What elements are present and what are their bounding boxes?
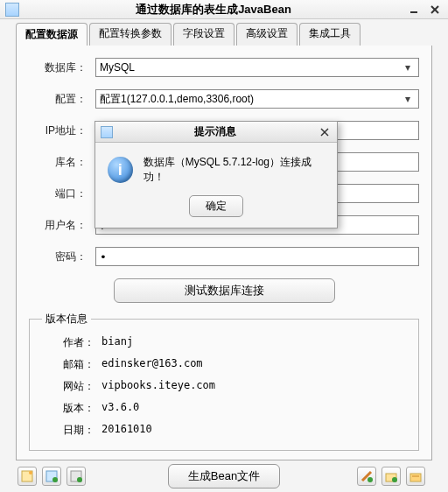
- app-window: 通过数据库的表生成JavaBean 配置数据源 配置转换参数 字段设置 高级设置…: [0, 0, 448, 492]
- date-value: 20161010: [102, 423, 152, 438]
- tab-advanced[interactable]: 高级设置: [236, 23, 298, 46]
- minimize-button[interactable]: [406, 2, 422, 18]
- cfg-select[interactable]: 配置1(127.0.0.1,demo,3306,root)▾: [95, 89, 419, 109]
- titlebar: 通过数据库的表生成JavaBean: [0, 0, 448, 19]
- mail-value: edinsker@163.com: [102, 357, 203, 372]
- generate-bean-button[interactable]: 生成Bean文件: [168, 464, 280, 488]
- caret-icon: ▾: [401, 93, 415, 105]
- pw-input[interactable]: [95, 247, 419, 266]
- test-connection-button[interactable]: 测试数据库连接: [114, 278, 335, 303]
- tab-datasource[interactable]: 配置数据源: [16, 23, 88, 46]
- dialog-app-icon: [101, 126, 113, 138]
- caret-icon: ▾: [401, 61, 415, 74]
- tab-fields[interactable]: 字段设置: [173, 23, 234, 46]
- version-legend: 版本信息: [42, 312, 91, 327]
- ver-label: 版本：: [42, 401, 94, 416]
- tab-integration[interactable]: 集成工具: [299, 23, 360, 46]
- tool-5[interactable]: [382, 467, 401, 486]
- tab-content: 数据库： MySQL▾ 配置： 配置1(127.0.0.1,demo,3306,…: [16, 46, 432, 460]
- tool-4[interactable]: [357, 467, 376, 486]
- window-title: 通过数据库的表生成JavaBean: [26, 2, 401, 18]
- tab-convert[interactable]: 配置转换参数: [89, 23, 172, 46]
- version-fieldset: 版本信息 作者：bianj 邮箱：edinsker@163.com 网站：vip…: [29, 312, 419, 451]
- ip-label: IP地址：: [29, 123, 95, 138]
- tool-3[interactable]: [66, 467, 86, 486]
- site-label: 网站：: [42, 379, 94, 394]
- tool-1[interactable]: [18, 467, 37, 486]
- db-label: 数据库：: [29, 60, 95, 75]
- tabbar: 配置数据源 配置转换参数 字段设置 高级设置 集成工具: [0, 19, 448, 46]
- dialog-ok-button[interactable]: 确定: [189, 195, 243, 217]
- mail-label: 邮箱：: [42, 357, 94, 372]
- tool-2[interactable]: [42, 467, 61, 486]
- tool-6[interactable]: [406, 467, 425, 486]
- svg-point-6: [52, 477, 58, 482]
- db-select[interactable]: MySQL▾: [95, 58, 419, 77]
- cfg-value: 配置1(127.0.0.1,demo,3306,root): [100, 92, 254, 107]
- app-icon: [5, 3, 19, 17]
- user-label: 用户名：: [29, 218, 95, 233]
- svg-rect-13: [410, 474, 421, 481]
- name-label: 库名：: [29, 155, 95, 170]
- ver-value: v3.6.0: [102, 401, 139, 416]
- svg-point-10: [368, 477, 373, 482]
- port-label: 端口：: [29, 186, 95, 201]
- svg-point-4: [29, 471, 32, 474]
- date-label: 日期：: [42, 423, 94, 438]
- site-value: vipbooks.iteye.com: [102, 379, 215, 394]
- author-value: bianj: [102, 335, 133, 350]
- dialog-titlebar: 提示消息: [95, 122, 337, 143]
- dialog-close-button[interactable]: [318, 125, 332, 139]
- svg-point-8: [77, 477, 82, 482]
- message-dialog: 提示消息 i 数据库（MySQL 5.7.12-log）连接成功！ 确定: [94, 121, 338, 228]
- bottombar: 生成Bean文件: [0, 460, 448, 492]
- info-icon: i: [108, 157, 133, 183]
- dialog-message: 数据库（MySQL 5.7.12-log）连接成功！: [144, 155, 325, 185]
- dialog-title: 提示消息: [113, 124, 318, 139]
- svg-point-12: [392, 477, 397, 482]
- db-value: MySQL: [100, 61, 135, 74]
- cfg-label: 配置：: [29, 92, 95, 107]
- author-label: 作者：: [42, 335, 94, 350]
- close-button[interactable]: [427, 2, 443, 18]
- pw-label: 密码：: [29, 250, 95, 264]
